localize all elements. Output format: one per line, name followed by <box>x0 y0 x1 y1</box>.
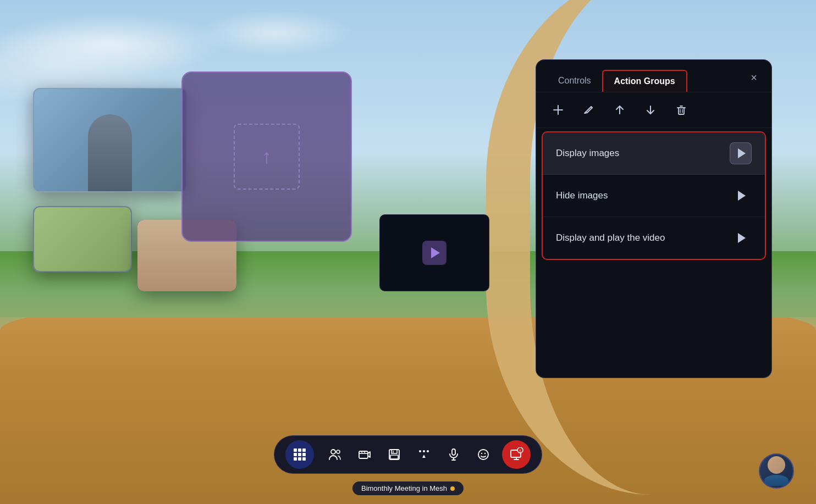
tab-controls[interactable]: Controls <box>547 70 602 91</box>
panel-close-button[interactable]: × <box>745 69 763 86</box>
edit-action-button[interactable] <box>580 101 598 119</box>
save-button[interactable] <box>381 441 407 468</box>
svg-rect-11 <box>359 451 368 458</box>
microphone-button[interactable] <box>440 441 467 468</box>
panel-tabs: Controls Action Groups × <box>536 60 771 92</box>
play-icon-display-images <box>738 148 746 158</box>
upload-arrow-icon: ↑ <box>262 145 272 168</box>
people-button[interactable] <box>322 441 348 468</box>
play-display-images-button[interactable] <box>730 142 752 164</box>
avatar-button[interactable] <box>759 453 794 489</box>
action-list-container: Display images Hide images Display and p… <box>542 131 766 260</box>
svg-rect-16 <box>392 450 397 453</box>
move-down-button[interactable] <box>642 101 659 119</box>
image-panel-1 <box>33 88 187 192</box>
action-item-display-video[interactable]: Display and play the video <box>543 217 765 259</box>
grid-icon <box>294 448 306 461</box>
svg-point-24 <box>484 453 486 454</box>
more-dots-icon <box>419 450 429 452</box>
svg-rect-17 <box>390 455 398 459</box>
add-action-button[interactable] <box>549 101 567 119</box>
upload-dashed-border: ↑ <box>234 124 300 190</box>
more-caret-icon: ▲ <box>421 453 427 459</box>
svg-rect-19 <box>452 449 455 455</box>
right-panel: Controls Action Groups × <box>536 59 772 378</box>
play-hide-images-button[interactable] <box>730 185 752 207</box>
image-panel-1-content <box>34 89 186 191</box>
panel-toolbar <box>536 92 771 128</box>
action-list-red-outline: Display images Hide images Display and p… <box>542 131 766 260</box>
play-icon-display-video <box>738 233 746 243</box>
bottom-toolbar: ▲ ! <box>274 435 542 474</box>
share-screen-button[interactable]: ! <box>502 440 531 469</box>
grid-button[interactable] <box>285 440 314 469</box>
svg-rect-4 <box>679 108 684 114</box>
more-options-button[interactable]: ▲ <box>411 441 437 468</box>
video-panel[interactable] <box>379 214 489 291</box>
tab-action-groups[interactable]: Action Groups <box>602 70 687 92</box>
play-icon-hide-images <box>738 191 746 201</box>
action-item-hide-images-label: Hide images <box>556 190 608 201</box>
record-button[interactable] <box>351 441 378 468</box>
action-item-display-video-label: Display and play the video <box>556 232 665 243</box>
svg-text:!: ! <box>520 449 521 453</box>
svg-point-10 <box>337 450 340 453</box>
action-item-display-images[interactable]: Display images <box>543 132 765 175</box>
svg-point-22 <box>478 450 488 459</box>
upload-panel[interactable]: ↑ <box>181 71 352 242</box>
meeting-status-dot <box>450 486 455 491</box>
reactions-button[interactable] <box>470 441 497 468</box>
svg-point-9 <box>331 450 335 454</box>
meeting-label-text: Bimonthly Meeting in Mesh <box>361 484 447 492</box>
image-panel-2 <box>33 206 132 272</box>
play-display-video-button[interactable] <box>730 227 752 249</box>
move-up-button[interactable] <box>611 101 628 119</box>
video-play-button[interactable] <box>422 241 446 265</box>
delete-action-button[interactable] <box>672 101 690 119</box>
image-panel-2-content <box>34 207 131 271</box>
action-item-hide-images[interactable]: Hide images <box>543 175 765 217</box>
action-item-display-images-label: Display images <box>556 148 619 159</box>
svg-point-23 <box>481 453 482 454</box>
meeting-label: Bimonthly Meeting in Mesh <box>352 481 464 495</box>
